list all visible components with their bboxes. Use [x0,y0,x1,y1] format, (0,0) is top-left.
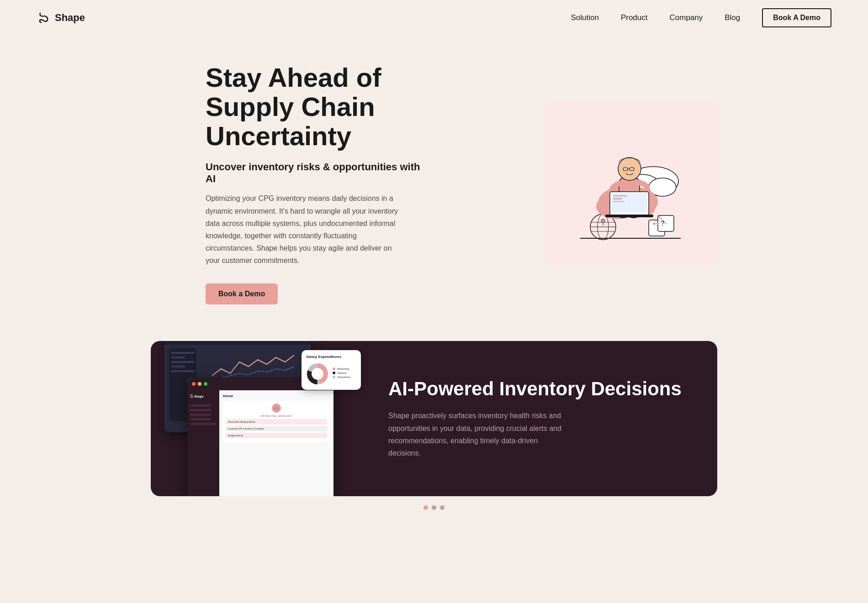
legend-marketing: Marketing [337,367,349,370]
nav-links: Solution Product Company Blog Book A Dem… [571,8,831,27]
feature-text-block: AI-Powered Inventory Decisions Shape pro… [370,350,717,487]
nav-company[interactable]: Company [669,13,703,22]
carousel-dot-2[interactable] [432,505,436,510]
brand-name: Shape [55,12,85,24]
svg-rect-32 [605,215,653,217]
donut-chart-svg [306,362,329,385]
svg-point-6 [601,219,605,223]
hero-text-block: Stay Ahead of Supply Chain Uncertainty U… [206,63,425,304]
donut-chart-title: Salary Expenditures [306,355,356,359]
svg-rect-30 [613,198,622,199]
svg-rect-31 [613,201,625,202]
mockup-chat-icon: 🤖 [272,404,281,413]
svg-rect-29 [613,195,627,197]
mockup-chat-line-2: Customer KPI overview is complete [228,427,325,430]
feature-body: Shape proactively surfaces inventory hea… [388,409,562,459]
carousel-dots [151,505,717,528]
legend-support: Support [337,372,347,374]
hero-title: Stay Ahead of Supply Chain Uncertainty [206,63,425,150]
feature-card: S Shape Home 🤖 Hi! How may I ass [151,341,717,496]
navigation: Shape Solution Product Company Blog Book… [0,0,868,36]
logo-icon [37,10,51,25]
nav-book-demo-button[interactable]: Book A Demo [762,8,831,27]
mockup-chat-line-1: Show best-selling products [228,420,325,423]
hero-book-demo-button[interactable]: Book a Demo [206,283,278,304]
mockup-home-title: Home [223,394,330,398]
nav-product[interactable]: Product [621,13,648,22]
dashboard-mockup-front: S Shape Home 🤖 Hi! How may I ass [187,378,333,496]
carousel-dot-1[interactable] [423,505,428,510]
hero-body: Optimizing your CPG inventory means dail… [206,192,407,267]
hero-illustration-svg: ? [553,110,708,257]
svg-text:?: ? [661,220,664,227]
mockup-chat-line-3: Budget interval [228,434,325,437]
legend-operations: Operations [337,376,350,378]
hero-illustration: ? [544,101,717,266]
svg-point-36 [313,369,322,378]
hero-subtitle: Uncover inventory risks & opportunities … [206,161,425,185]
hero-section: Stay Ahead of Supply Chain Uncertainty U… [114,36,754,341]
nav-solution[interactable]: Solution [571,13,598,22]
mockup-chat-area: 🤖 Hi! How may I assist you? Show best-se… [223,401,330,442]
logo-link[interactable]: Shape [37,10,85,25]
mockup-chat-prompt: Hi! How may I assist you? [226,414,327,417]
donut-chart-card: Salary Expenditures [302,350,361,390]
feature-section: S Shape Home 🤖 Hi! How may I ass [114,341,754,528]
nav-blog[interactable]: Blog [725,13,740,22]
feature-title: AI-Powered Inventory Decisions [388,378,690,400]
carousel-dot-3[interactable] [440,505,445,510]
feature-screenshots: S Shape Home 🤖 Hi! How may I ass [151,341,370,496]
